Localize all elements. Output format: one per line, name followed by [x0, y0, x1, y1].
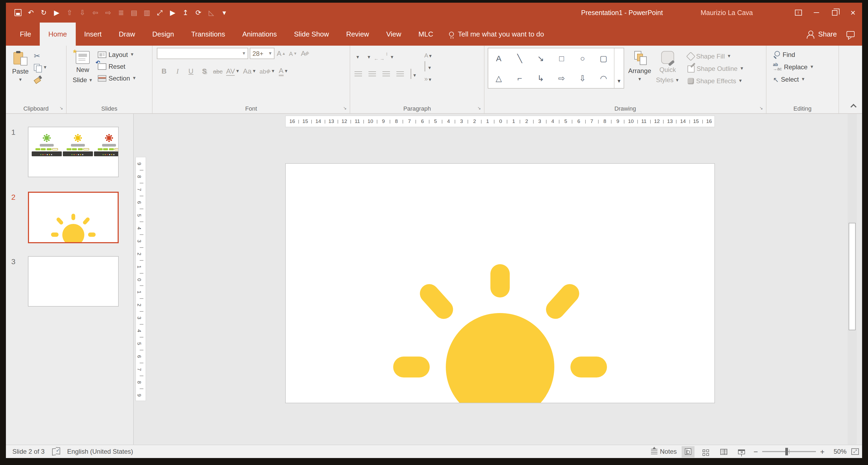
zoom-percentage[interactable]: 50% [830, 448, 846, 455]
start-slideshow-icon[interactable]: ▶ [52, 8, 61, 17]
paste-button[interactable]: Paste ▼ [8, 48, 33, 85]
ribbon-display-options-button[interactable]: ↑ [789, 3, 807, 23]
tab-insert[interactable]: Insert [75, 23, 110, 45]
draw-shape-icon[interactable]: ◺ [207, 8, 216, 17]
normal-view-button[interactable] [682, 446, 694, 457]
tab-transitions[interactable]: Transitions [183, 23, 234, 45]
align-objects-icon[interactable]: ≣ [117, 8, 126, 17]
reading-view-button[interactable] [717, 446, 730, 457]
layout-button[interactable]: Layout▼ [97, 49, 137, 61]
zoom-slider-thumb[interactable] [785, 448, 788, 455]
zoom-in-button[interactable]: + [819, 447, 826, 456]
save-icon[interactable] [13, 8, 23, 17]
text-shadow-button[interactable]: S [199, 65, 210, 77]
restore-button[interactable] [826, 3, 844, 23]
spellcheck-icon[interactable] [52, 448, 60, 455]
sun-pill-left-shape[interactable] [393, 356, 430, 377]
underline-button[interactable]: U [186, 65, 196, 77]
font-name-caret[interactable]: ▼ [240, 51, 248, 56]
sun-ray-top-shape[interactable] [491, 264, 510, 298]
vertical-ruler[interactable]: 9876543210123456789 [135, 157, 146, 401]
align-center-button[interactable] [369, 71, 376, 77]
fit-slide-to-window-button[interactable]: ⤢ [851, 448, 859, 455]
minimize-button[interactable] [807, 3, 826, 23]
shape-option-4[interactable]: ○ [572, 48, 593, 68]
justify-button[interactable] [396, 71, 404, 77]
shape-option-0[interactable]: A [488, 48, 509, 68]
zoom-out-button[interactable]: − [752, 447, 759, 456]
text-direction-button[interactable]: A▼ [424, 50, 433, 60]
align-right-button[interactable] [382, 71, 390, 77]
sun-pill-right-shape[interactable] [570, 356, 607, 377]
numbering-button[interactable]: ▼ [366, 51, 371, 61]
redo-icon[interactable]: ↻ [39, 8, 48, 17]
distribute-vertical-icon[interactable]: ▥ [142, 8, 152, 17]
section-button[interactable]: Section▼ [97, 72, 137, 84]
slide-2-thumbnail[interactable] [28, 192, 119, 243]
format-painter-button[interactable] [33, 73, 48, 85]
shape-option-9[interactable]: ⇨ [551, 68, 572, 88]
increase-font-size-button[interactable]: A▲ [276, 48, 286, 59]
font-size-input[interactable] [250, 48, 267, 59]
tab-design[interactable]: Design [144, 23, 183, 45]
customize-qat-icon[interactable]: ▾ [220, 8, 229, 17]
comments-icon[interactable] [846, 31, 855, 37]
arrange-button[interactable]: Arrange ▼ [627, 48, 652, 89]
bold-button[interactable]: B [159, 65, 169, 77]
next-slide-icon[interactable]: ▶ [168, 8, 177, 17]
columns-button[interactable]: ▼ [410, 69, 417, 79]
horizontal-ruler[interactable]: 1615141312111098765432101234567891011121… [285, 116, 715, 127]
nudge-left-icon[interactable]: ⇦ [91, 8, 100, 17]
slide-sorter-view-button[interactable] [699, 446, 712, 457]
vertical-scrollbar-thumb[interactable] [849, 223, 856, 330]
slide-1-thumbnail[interactable] [28, 127, 119, 177]
shape-effects-button[interactable]: Shape Effects▼ [686, 77, 745, 85]
tab-home[interactable]: Home [40, 23, 75, 45]
decrease-font-size-button[interactable]: A▼ [288, 48, 298, 59]
bullets-button[interactable]: ▼ [354, 51, 360, 61]
find-button[interactable]: Find [772, 50, 836, 60]
copy-button[interactable]: ▼ [33, 62, 48, 73]
slide-editing-area[interactable] [285, 163, 715, 403]
shape-outline-button[interactable]: Shape Outline▼ [686, 64, 745, 73]
shape-option-7[interactable]: ⌐ [509, 68, 530, 88]
undo-icon[interactable]: ↶ [26, 8, 35, 17]
clear-formatting-button[interactable]: A [300, 48, 310, 59]
strikethrough-button[interactable]: abc [213, 65, 223, 77]
sun-ray-left-shape[interactable] [416, 280, 457, 323]
character-spacing-button[interactable]: AV▼ [226, 65, 240, 77]
shape-option-10[interactable]: ⇩ [572, 68, 593, 88]
drawing-dialog-launcher[interactable]: ↘ [758, 106, 764, 111]
sun-body-shape[interactable] [446, 313, 555, 403]
tell-me-box[interactable]: Tell me what you want to do [442, 23, 552, 45]
align-left-button[interactable] [354, 71, 362, 77]
vertical-scrollbar[interactable] [847, 114, 857, 444]
align-text-button[interactable]: ▼ [424, 62, 433, 71]
paragraph-dialog-launcher[interactable]: ↘ [476, 106, 482, 111]
tab-file[interactable]: File [11, 23, 40, 45]
shape-fill-button[interactable]: Shape Fill▼ [686, 52, 745, 61]
slide-3-thumbnail[interactable] [28, 256, 119, 307]
tab-draw[interactable]: Draw [110, 23, 144, 45]
quick-styles-button[interactable]: Quick Styles▼ [655, 48, 680, 89]
shape-option-6[interactable]: △ [488, 68, 509, 88]
shape-option-2[interactable]: ↘ [530, 48, 551, 68]
tab-review[interactable]: Review [338, 23, 378, 45]
send-backward-icon[interactable]: ⇩ [78, 8, 87, 17]
replace-button[interactable]: ab→acReplace▼ [772, 62, 836, 72]
close-button[interactable]: × [844, 3, 862, 23]
tab-slide-show[interactable]: Slide Show [285, 23, 338, 45]
change-case-button[interactable]: Aa▼ [243, 65, 256, 77]
clipboard-dialog-launcher[interactable]: ↘ [59, 106, 64, 111]
font-dialog-launcher[interactable]: ↘ [342, 106, 347, 111]
font-size-caret[interactable]: ▼ [267, 51, 274, 56]
rotate-icon[interactable]: ⟳ [194, 8, 203, 17]
shape-option-8[interactable]: ↳ [530, 68, 551, 88]
shape-option-5[interactable]: ▢ [593, 48, 614, 68]
new-slide-button[interactable]: * New Slide▼ [69, 48, 97, 84]
share-button[interactable]: Share [807, 30, 837, 38]
select-button[interactable]: ↖Select▼ [772, 75, 836, 84]
highlight-color-button[interactable]: ab▼ [259, 65, 275, 77]
move-to-top-icon[interactable]: ↥ [181, 8, 190, 17]
font-name-combo[interactable]: ▼ [157, 48, 248, 59]
